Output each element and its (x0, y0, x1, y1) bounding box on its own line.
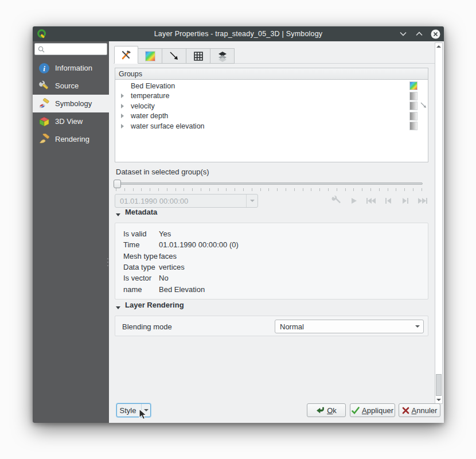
group-row-velocity[interactable]: velocity (115, 101, 428, 111)
maximize-button[interactable] (414, 29, 424, 39)
gray-swatch-icon (409, 122, 418, 130)
tab-vectors[interactable] (162, 48, 186, 64)
playback-controls (330, 195, 429, 207)
x-icon (402, 407, 409, 414)
metadata-box: Is valid Yes Time 01.01.1990 00:00:00 (0… (115, 223, 428, 299)
diagonal-arrow-icon (169, 50, 180, 62)
layer-rendering-section-title[interactable]: Layer Rendering (125, 301, 184, 309)
groups-list[interactable]: Bed Elevation temperature velocity (115, 80, 428, 162)
cancel-button[interactable]: Annuler (399, 403, 440, 417)
expand-icon[interactable] (121, 114, 124, 118)
tab-stacked-averaging[interactable] (210, 48, 235, 64)
sidebar-item-label: Information (55, 64, 92, 72)
groups-header: Groups (115, 68, 428, 80)
group-row-temperature[interactable]: temperature (115, 91, 428, 102)
layer-stack-icon (217, 50, 228, 62)
sidebar-item-label: Rendering (55, 135, 89, 143)
sidebar-item-information[interactable]: i Information (33, 59, 109, 77)
window-title: Layer Properties - trap_steady_05_3D | S… (33, 30, 444, 38)
collapse-icon[interactable] (116, 213, 120, 216)
source-tools-icon (38, 80, 50, 92)
metadata-value: vertices (159, 263, 185, 271)
expand-icon[interactable] (121, 124, 124, 129)
sidebar-item-label: Source (55, 81, 79, 90)
grid-icon (193, 50, 204, 62)
collapse-icon[interactable] (116, 306, 120, 309)
metadata-label: Is valid (123, 230, 159, 238)
next-frame-icon[interactable] (399, 195, 412, 207)
sidebar-item-label: Symbology (55, 99, 92, 108)
sidebar-item-rendering[interactable]: Rendering (33, 130, 109, 148)
metadata-label: name (123, 285, 159, 294)
metadata-label: Is vector (123, 274, 159, 282)
metadata-label: Time (123, 240, 159, 249)
sidebar-search-input[interactable] (34, 43, 107, 55)
metadata-row: name Bed Elevation (123, 283, 428, 294)
metadata-row: Is vector No (123, 273, 428, 283)
gray-swatch-icon (409, 102, 418, 110)
time-select-dropdown[interactable]: 01.01.1990 00:00:00 (115, 194, 258, 208)
title-bar[interactable]: Layer Properties - trap_steady_05_3D | S… (33, 26, 444, 41)
apply-button[interactable]: Appliquer (350, 403, 395, 417)
group-label: Bed Elevation (131, 82, 175, 90)
metadata-value: Yes (159, 230, 171, 238)
scroll-down-icon[interactable] (435, 396, 442, 403)
metadata-value: Bed Elevation (159, 285, 205, 294)
info-icon: i (38, 63, 50, 74)
blending-mode-value: Normal (280, 322, 304, 331)
vector-arrow-icon (420, 102, 427, 109)
blending-mode-label: Blending mode (122, 316, 172, 337)
sidebar-item-3d-view[interactable]: 3D View (33, 112, 109, 130)
group-row-bed-elevation[interactable]: Bed Elevation (115, 81, 428, 91)
groups-panel: Groups Bed Elevation temperature velocit… (115, 68, 428, 162)
sidebar: i Information Source (33, 41, 109, 423)
metadata-row: Is valid Yes (123, 228, 428, 239)
tab-mesh-frame[interactable] (186, 48, 210, 64)
group-label: water depth (131, 112, 168, 120)
metadata-value: faces (159, 252, 177, 260)
metadata-row: Mesh type faces (123, 251, 428, 262)
skip-last-icon[interactable] (416, 195, 429, 207)
prev-frame-icon[interactable] (382, 195, 395, 207)
time-slider[interactable] (115, 182, 423, 185)
chevron-down-icon (250, 200, 255, 202)
metadata-row: Data type vertices (123, 262, 428, 273)
metadata-section-title[interactable]: Metadata (125, 208, 157, 216)
rendering-brush-icon (38, 134, 50, 145)
time-slider-handle[interactable] (114, 180, 121, 188)
mouse-cursor (139, 409, 148, 421)
group-label: velocity (131, 102, 155, 110)
sidebar-item-source[interactable]: Source (33, 77, 109, 95)
tab-general-settings[interactable] (114, 46, 138, 64)
expand-icon[interactable] (121, 94, 124, 98)
group-row-water-depth[interactable]: water depth (115, 111, 428, 122)
play-icon[interactable] (348, 195, 360, 207)
checkmark-icon (352, 407, 360, 414)
ok-button[interactable]: Ok (307, 403, 346, 417)
sidebar-item-label: 3D View (55, 117, 83, 126)
sidebar-item-symbology[interactable]: Symbology (33, 95, 109, 112)
metadata-label: Data type (123, 263, 159, 271)
vertical-scrollbar[interactable] (435, 42, 443, 404)
expand-icon[interactable] (121, 104, 124, 108)
layer-properties-dialog: Layer Properties - trap_steady_05_3D | S… (33, 26, 444, 423)
symbology-panel: Groups Bed Elevation temperature velocit… (109, 41, 444, 423)
symbology-tabbar (114, 46, 235, 64)
crossed-tools-icon (120, 49, 132, 61)
wrench-icon[interactable] (330, 195, 343, 207)
splitter-handle[interactable] (107, 255, 108, 270)
close-button[interactable] (430, 29, 440, 39)
metadata-label: Mesh type (123, 252, 159, 260)
skip-first-icon[interactable] (365, 195, 377, 207)
blending-mode-dropdown[interactable]: Normal (275, 320, 424, 333)
scroll-up-icon[interactable] (435, 43, 442, 50)
tab-contours[interactable] (138, 48, 162, 64)
group-row-water-surface-elevation[interactable]: water surface elevation (115, 121, 428, 131)
scrollbar-thumb[interactable] (436, 374, 442, 396)
layer-rendering-box: Blending mode Normal (115, 316, 428, 336)
group-label: water surface elevation (131, 122, 205, 130)
rainbow-gradient-icon (145, 51, 155, 61)
ok-arrow-icon (316, 407, 325, 414)
minimize-button[interactable] (398, 29, 408, 39)
dataset-group-label: Dataset in selected group(s) (116, 168, 209, 176)
